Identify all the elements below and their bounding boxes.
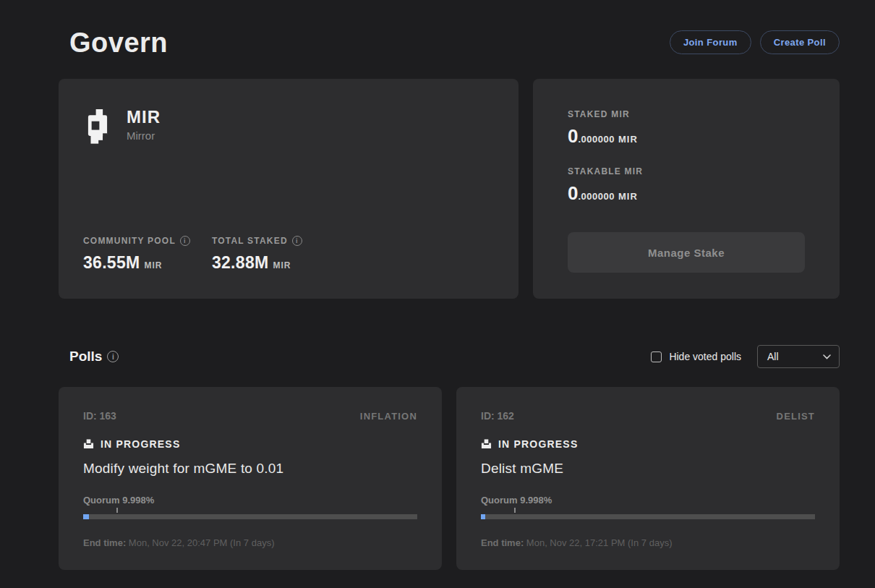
poll-category-badge: DELIST [777, 411, 815, 422]
info-icon[interactable]: i [180, 236, 190, 246]
total-staked-label-text: TOTAL STAKED [212, 236, 288, 246]
end-time-value: Mon, Nov 22, 20:47 PM (In 7 days) [129, 537, 275, 548]
quorum-value: 9.998% [122, 495, 154, 506]
page-title: Govern [69, 27, 168, 59]
end-time-label: End time: [481, 537, 524, 548]
total-staked-label: TOTAL STAKED i [212, 236, 313, 246]
community-pool-label: COMMUNITY POOL i [83, 236, 190, 246]
polls-title-wrap: Polls i [69, 349, 119, 365]
create-poll-button[interactable]: Create Poll [760, 30, 840, 54]
progress-fill [481, 514, 485, 519]
poll-top: ID: 163 INFLATION [83, 410, 417, 422]
poll-end-time: End time: Mon, Nov 22, 20:47 PM (In 7 da… [83, 537, 417, 548]
poll-title: Delist mGME [481, 461, 815, 477]
token-stats: COMMUNITY POOL i 36.55M MIR TOTAL STAKED… [83, 236, 494, 273]
polls-header: Polls i Hide voted polls All [59, 345, 840, 368]
govern-page: Govern Join Forum Create Poll MIR Mirror [0, 0, 875, 587]
poll-status: IN PROGRESS [481, 438, 815, 450]
join-forum-button[interactable]: Join Forum [670, 30, 751, 54]
poll-card-162[interactable]: ID: 162 DELIST IN PROGRESS Delist mGME Q… [456, 387, 840, 570]
info-icon[interactable]: i [292, 236, 302, 246]
quorum-value: 9.998% [520, 495, 552, 506]
total-staked-value-row: 32.88M MIR [212, 253, 313, 273]
polls-grid: ID: 163 INFLATION IN PROGRESS Modify wei… [59, 387, 840, 570]
staked-mir-amount: 0.000000MIR [568, 125, 805, 148]
info-icon[interactable]: i [107, 351, 119, 362]
poll-progress [83, 514, 417, 519]
polls-controls: Hide voted polls All [651, 345, 840, 368]
poll-progress [481, 514, 815, 519]
community-pool-stat: COMMUNITY POOL i 36.55M MIR [83, 236, 190, 273]
total-staked-value: 32.88M [212, 253, 269, 273]
quorum-tick [514, 508, 516, 513]
poll-filter-select[interactable]: All [757, 345, 840, 368]
poll-top: ID: 162 DELIST [481, 410, 815, 422]
poll-card-163[interactable]: ID: 163 INFLATION IN PROGRESS Modify wei… [59, 387, 442, 570]
chevron-down-icon [823, 354, 831, 359]
token-name: Mirror [127, 129, 161, 142]
progress-fill [83, 514, 89, 519]
hide-voted-checkbox[interactable] [651, 351, 662, 362]
progress-track [83, 514, 417, 519]
poll-filter-value: All [767, 351, 779, 362]
end-time-value: Mon, Nov 22, 17:21 PM (In 7 days) [526, 537, 673, 548]
end-time-label: End time: [83, 537, 126, 548]
ballot-box-icon [481, 439, 492, 449]
stakable-mir-decimals: .000000 [578, 191, 615, 202]
staked-mir-label: STAKED MIR [568, 109, 805, 119]
community-pool-value-row: 36.55M MIR [83, 253, 190, 273]
page-header: Govern Join Forum Create Poll [59, 27, 840, 59]
token-identity: MIR Mirror [127, 108, 161, 142]
manage-stake-button[interactable]: Manage Stake [568, 232, 805, 273]
mir-logo-icon [83, 109, 112, 145]
header-actions: Join Forum Create Poll [670, 30, 840, 59]
stake-card: STAKED MIR 0.000000MIR STAKABLE MIR 0.00… [533, 79, 840, 299]
poll-category-badge: INFLATION [360, 411, 417, 422]
poll-end-time: End time: Mon, Nov 22, 17:21 PM (In 7 da… [481, 537, 815, 548]
hide-voted-label: Hide voted polls [669, 351, 741, 362]
poll-status-label: IN PROGRESS [101, 438, 180, 450]
stakable-mir-unit: MIR [618, 191, 638, 202]
overview-section: MIR Mirror COMMUNITY POOL i 36.55M MIR [59, 79, 840, 299]
stakable-mir-integer: 0 [568, 182, 578, 205]
total-staked-unit: MIR [273, 260, 291, 270]
total-staked-stat: TOTAL STAKED i 32.88M MIR [212, 236, 313, 273]
staked-mir-decimals: .000000 [578, 134, 615, 145]
quorum-row: Quorum 9.998% [481, 495, 815, 506]
token-symbol: MIR [127, 108, 161, 127]
staked-mir-unit: MIR [618, 134, 638, 145]
stakable-mir-amount: 0.000000MIR [568, 182, 805, 205]
token-card: MIR Mirror COMMUNITY POOL i 36.55M MIR [59, 79, 518, 299]
quorum-label: Quorum [481, 495, 518, 506]
community-pool-label-text: COMMUNITY POOL [83, 236, 176, 246]
quorum-label: Quorum [83, 495, 120, 506]
community-pool-value: 36.55M [83, 253, 140, 273]
poll-title: Modify weight for mGME to 0.01 [83, 461, 417, 477]
ballot-box-icon [83, 439, 94, 449]
poll-status-label: IN PROGRESS [498, 438, 578, 450]
poll-status: IN PROGRESS [83, 438, 417, 450]
quorum-tick [116, 508, 118, 513]
staked-mir-integer: 0 [568, 125, 578, 148]
polls-title: Polls [69, 349, 102, 365]
quorum-row: Quorum 9.998% [83, 495, 417, 506]
progress-track [481, 514, 815, 519]
poll-id: ID: 163 [83, 410, 116, 422]
token-head: MIR Mirror [83, 108, 494, 145]
hide-voted-polls-toggle[interactable]: Hide voted polls [651, 351, 741, 362]
poll-id: ID: 162 [481, 410, 514, 422]
stakable-mir-label: STAKABLE MIR [568, 166, 805, 176]
community-pool-unit: MIR [145, 260, 163, 270]
